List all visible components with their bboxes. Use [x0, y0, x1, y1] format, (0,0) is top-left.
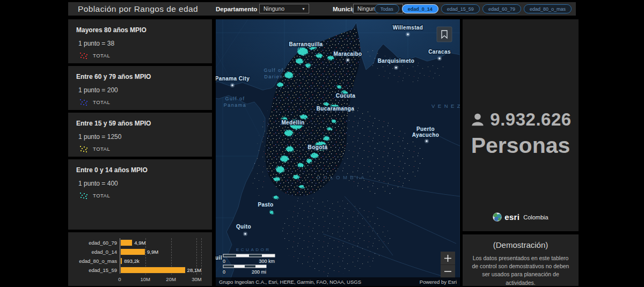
map-canvas[interactable]: VENEZUELA COLOMBIA ECUADOR Gulf of Darie… — [216, 19, 460, 286]
bar-row: edad_15_59 28,1M — [120, 266, 201, 275]
indicator-label: Personas — [463, 133, 579, 158]
filter-button-edad-60-79[interactable]: edad_60_79 — [482, 4, 521, 13]
axis-tick: 30M — [192, 276, 201, 282]
city-label-guayaquil: Guayaquil — [216, 255, 222, 261]
bar-category-label: edad_80_o_mas — [71, 258, 117, 264]
legend-title: Entre 15 y 59 años MPIO — [76, 120, 204, 127]
chevron-down-icon: ▼ — [302, 7, 305, 11]
gridline — [201, 238, 202, 275]
city-label-bogota: Bogotá — [308, 144, 328, 150]
departamento-select[interactable]: Ninguno ▼ — [259, 4, 309, 13]
esri-logo-text: esri — [504, 212, 519, 222]
attribution-text: Grupo Ingeolan C.A., Esri, HERE, Garmin,… — [219, 279, 361, 285]
bar-value-label: 893,2k — [124, 258, 140, 264]
dashboard: Población por Rangos de edad Departament… — [0, 0, 644, 287]
powered-by-esri: Powered by Esri — [420, 279, 457, 285]
note-title: (Demostración) — [470, 240, 572, 249]
bar-edad-15-59[interactable] — [120, 267, 186, 274]
legend-ratio: 1 punto = 400 — [78, 180, 204, 187]
bar-category-label: edad_60_79 — [71, 240, 117, 246]
city-label-ayacucho: Ayacucho — [412, 132, 440, 138]
departamento-label: Departamento — [216, 6, 257, 12]
country-label-venezuela: VENEZUELA — [431, 103, 460, 109]
indicator-value: 9.932.626 — [490, 109, 571, 130]
city-label-caracas: Caracas — [428, 49, 451, 55]
water-label: Darien — [264, 74, 283, 79]
indicator-panel: 9.932.626 Personas esri Colombia — [463, 19, 579, 231]
bar-category-label: edad_0_14 — [71, 249, 117, 255]
city-label-maracaibo: Maracaibo — [333, 51, 362, 57]
filter-button-edad-80-o-mas[interactable]: edad_80_o_mas — [524, 4, 572, 13]
water-label: Gulf of — [225, 96, 245, 101]
person-icon — [470, 112, 486, 128]
bar-row: edad_60_79 4,9M — [120, 238, 201, 247]
city-label-panama-city: Panama City — [216, 76, 250, 82]
water-label: Gulf of — [264, 68, 283, 73]
legend-section-80: Mayores 80 años MPIO 1 punto = 38 TOTAL — [68, 19, 212, 63]
city-label-willemstad: Willemstad — [393, 25, 423, 31]
dot-density-swatch-icon — [79, 52, 88, 59]
legend-section-60-79: Entre 60 y 79 años MPIO 1 punto = 200 TO… — [68, 66, 212, 110]
bar-edad-60-79[interactable] — [120, 239, 133, 246]
bookmark-button[interactable] — [437, 27, 452, 42]
legend-section-15-59: Entre 15 y 59 años MPIO 1 punto = 1250 T… — [68, 113, 212, 157]
map-attribution: Grupo Ingeolan C.A., Esri, HERE, Garmin,… — [216, 277, 460, 286]
filter-button-group: Todas edad_0_14 edad_15_59 edad_60_79 ed… — [375, 4, 572, 13]
legend-ratio: 1 punto = 38 — [78, 40, 204, 47]
city-label-bucaramanga: Bucaramanga — [317, 106, 355, 112]
legend-total-label: TOTAL — [93, 53, 110, 58]
note-body: Los datos presentados en este tablero de… — [470, 254, 572, 287]
dot-density-swatch-icon — [79, 99, 88, 106]
legend-ratio: 1 punto = 200 — [78, 86, 204, 94]
axis-tick: 10M — [141, 276, 150, 282]
legend-title: Mayores 80 años MPIO — [76, 26, 204, 34]
country-label-colombia: COLOMBIA — [317, 174, 367, 180]
page-title: Población por Rangos de edad — [78, 4, 198, 14]
zoom-controls — [441, 252, 455, 278]
bar-value-label: 9,9M — [147, 249, 158, 255]
bar-edad-80-o-mas[interactable] — [120, 257, 122, 264]
header-bar: Población por Rangos de edad Departament… — [68, 2, 576, 16]
legend-section-0-14: Entre 0 y 14 años MPIO 1 punto = 400 TOT… — [68, 159, 212, 230]
bar-value-label: 4,9M — [134, 240, 145, 246]
city-label-cucuta: Cúcuta — [336, 93, 355, 99]
esri-colombia-logo: esri Colombia — [463, 212, 579, 222]
bar-row: edad_0_14 9,9M — [120, 247, 201, 256]
chart-plot-area: edad_60_79 4,9M edad_0_14 9,9M edad_80_o… — [120, 238, 201, 274]
legend-title: Entre 0 y 14 años MPIO — [76, 166, 204, 174]
legend-total-label: TOTAL — [93, 193, 110, 198]
axis-tick: 20M — [166, 276, 175, 282]
legend-total-label: TOTAL — [93, 99, 110, 105]
city-label-puerto: Puerto — [416, 126, 435, 132]
chart-x-axis: 0 10M 20M 30M — [120, 276, 201, 283]
bar-category-label: edad_15_59 — [71, 267, 117, 273]
country-label-ecuador: ECUADOR — [236, 247, 271, 252]
demo-note-panel: (Demostración) Los datos presentados en … — [463, 234, 579, 286]
scalebar-mi: 200 mi — [252, 269, 266, 275]
city-label-barranquilla: Barranquilla — [289, 41, 323, 47]
dot-density-swatch-icon — [79, 145, 88, 152]
departamento-value: Ninguno — [264, 5, 284, 12]
age-bar-chart: edad_60_79 4,9M edad_0_14 9,9M edad_80_o… — [68, 232, 212, 286]
dot-density-swatch-icon — [79, 192, 88, 199]
bar-edad-0-14[interactable] — [120, 248, 145, 255]
city-label-quito: Quito — [236, 224, 251, 230]
filter-button-edad-0-14[interactable]: edad_0_14 — [402, 4, 438, 13]
axis-tick: 0 — [118, 276, 121, 282]
city-label-pasto: Pasto — [258, 202, 273, 208]
bar-row: edad_80_o_mas 893,2k — [120, 256, 201, 266]
legend-title: Entre 60 y 79 años MPIO — [76, 73, 204, 80]
bar-value-label: 28,1M — [187, 267, 201, 273]
legend-panel: Mayores 80 años MPIO 1 punto = 38 TOTAL … — [68, 19, 212, 230]
scalebar-km: 300 km — [259, 259, 275, 264]
filter-button-edad-15-59[interactable]: edad_15_59 — [441, 4, 480, 13]
legend-ratio: 1 punto = 1250 — [78, 133, 204, 141]
water-label: Panama — [224, 102, 247, 108]
legend-total-label: TOTAL — [93, 146, 110, 152]
esri-globe-icon — [493, 212, 502, 222]
scalebar-zero-mi: 0 — [223, 269, 225, 275]
esri-logo-suffix: Colombia — [523, 214, 548, 220]
city-label-medellin: Medellín — [281, 120, 304, 126]
scalebar-zero: 0 — [223, 259, 225, 264]
filter-button-todas[interactable]: Todas — [375, 4, 399, 13]
